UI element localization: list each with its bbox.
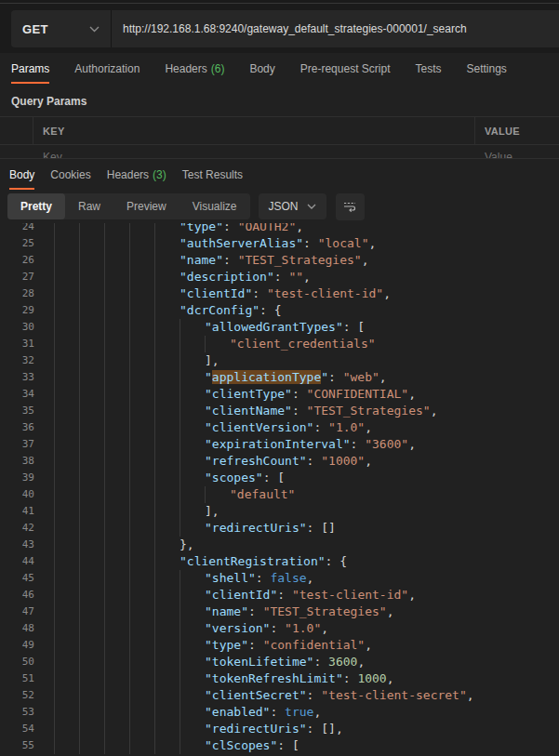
line-number: 35 xyxy=(0,403,34,419)
view-mode-preview[interactable]: Preview xyxy=(113,193,180,219)
code-line-content: "enabled": true, xyxy=(34,704,321,721)
code-token: : [], xyxy=(307,722,343,736)
indent-guide xyxy=(129,235,154,252)
indent-guide xyxy=(79,553,104,570)
indent-guide xyxy=(180,587,205,603)
indent-guide xyxy=(79,386,104,403)
indent-guide xyxy=(79,223,104,235)
tab-authorization[interactable]: Authorization xyxy=(74,53,140,84)
code-line: 32], xyxy=(0,352,559,369)
indent-guide xyxy=(79,419,104,436)
tab-params[interactable]: Params xyxy=(11,53,49,84)
indent-guide xyxy=(180,654,205,670)
line-number: 39 xyxy=(0,470,34,486)
code-token: : xyxy=(270,705,285,719)
tab-body[interactable]: Body xyxy=(249,53,274,84)
tab-headers[interactable]: Headers (6) xyxy=(165,53,224,84)
value-cell[interactable]: Value xyxy=(475,151,559,158)
line-number: 36 xyxy=(0,419,34,436)
line-number: 24 xyxy=(0,223,34,235)
indent-guide xyxy=(104,269,129,285)
code-line-content: "default" xyxy=(34,486,295,503)
indent-guide xyxy=(129,486,154,503)
indent-guide xyxy=(54,269,79,285)
indent-guide xyxy=(54,603,79,620)
indent-guide xyxy=(79,336,104,352)
indent-guide xyxy=(104,436,129,453)
code-token: 3600 xyxy=(328,655,357,669)
key-cell[interactable]: Key xyxy=(33,151,475,158)
table-row: Key Value xyxy=(0,145,559,158)
indent-guide xyxy=(154,453,180,470)
indent-guide xyxy=(54,687,79,704)
indent-guide xyxy=(205,486,230,503)
line-number: 54 xyxy=(0,721,34,737)
tab-settings[interactable]: Settings xyxy=(467,53,507,84)
code-token: "clScopes" xyxy=(205,738,277,752)
code-token: , xyxy=(387,671,394,685)
line-number: 55 xyxy=(0,737,34,754)
indent-guide xyxy=(54,637,79,654)
code-line: 26"name": "TEST_Strategies", xyxy=(0,252,559,269)
view-mode-pretty[interactable]: Pretty xyxy=(7,193,65,219)
value-header-label: VALUE xyxy=(485,126,520,137)
response-panel: Body Cookies Headers (3) Test Results Pr… xyxy=(0,158,559,755)
indent-guide xyxy=(104,419,129,436)
code-token: , xyxy=(431,404,438,418)
code-token: "1.0" xyxy=(285,621,321,635)
tab-tests[interactable]: Tests xyxy=(415,53,441,84)
url-text: http://192.168.1.68:9240/gateway_default… xyxy=(123,22,467,35)
wrap-text-button[interactable] xyxy=(336,193,365,220)
indent-guide xyxy=(54,285,79,302)
tab-cookies[interactable]: Cookies xyxy=(50,159,90,190)
code-token: , xyxy=(408,588,416,602)
indent-guide xyxy=(54,319,79,336)
code-token: : { xyxy=(326,554,347,568)
indent-guide xyxy=(54,453,79,470)
indent-guide xyxy=(154,419,180,436)
indent-guide xyxy=(79,687,104,704)
indent-guide xyxy=(79,637,104,654)
indent-guide xyxy=(180,403,205,419)
indent-guide xyxy=(104,670,129,687)
code-token: : xyxy=(248,638,263,652)
line-number: 53 xyxy=(0,704,34,721)
indent-guide xyxy=(104,603,129,620)
indent-guide xyxy=(104,470,129,486)
indent-guide xyxy=(54,352,79,369)
tab-test-results[interactable]: Test Results xyxy=(182,159,243,190)
code-line: 30"allowedGrantTypes": [ xyxy=(0,319,559,336)
format-dropdown[interactable]: JSON xyxy=(259,193,326,219)
code-line: 51"tokenRefreshLimit": 1000, xyxy=(0,670,559,687)
method-dropdown[interactable]: GET xyxy=(11,10,112,47)
line-number: 49 xyxy=(0,637,34,654)
indent-guide xyxy=(154,269,180,285)
indent-guide xyxy=(79,403,104,419)
code-line: 40"default" xyxy=(0,486,559,503)
indent-guide xyxy=(129,436,154,453)
line-number: 29 xyxy=(0,302,34,319)
line-number: 48 xyxy=(0,620,34,637)
indent-guide xyxy=(154,252,180,269)
code-editor[interactable]: 24"type": "OAUTH2",25"authServerAlias": … xyxy=(0,223,559,755)
indent-guide xyxy=(54,403,79,419)
code-line: 44"clientRegistration": { xyxy=(0,553,559,570)
code-token: : xyxy=(328,370,343,384)
code-token: "type" xyxy=(205,638,248,652)
code-token: , xyxy=(408,437,416,451)
indent-guide xyxy=(154,369,180,386)
indent-guide xyxy=(129,269,154,285)
indent-guide xyxy=(79,654,104,670)
code-line: 36"clientVersion": "1.0", xyxy=(0,419,559,436)
tab-response-headers[interactable]: Headers (3) xyxy=(107,159,166,190)
view-mode-visualize[interactable]: Visualize xyxy=(180,193,250,219)
view-mode-raw[interactable]: Raw xyxy=(65,193,113,219)
indent-guide xyxy=(54,470,79,486)
code-token: "local" xyxy=(318,236,369,250)
tab-pre-request-script[interactable]: Pre-request Script xyxy=(300,53,391,84)
tab-response-body[interactable]: Body xyxy=(9,159,34,190)
tab-label: Headers xyxy=(165,62,206,75)
code-token: : xyxy=(303,236,318,250)
indent-guide xyxy=(104,235,129,252)
url-input[interactable]: http://192.168.1.68:9240/gateway_default… xyxy=(112,10,559,47)
